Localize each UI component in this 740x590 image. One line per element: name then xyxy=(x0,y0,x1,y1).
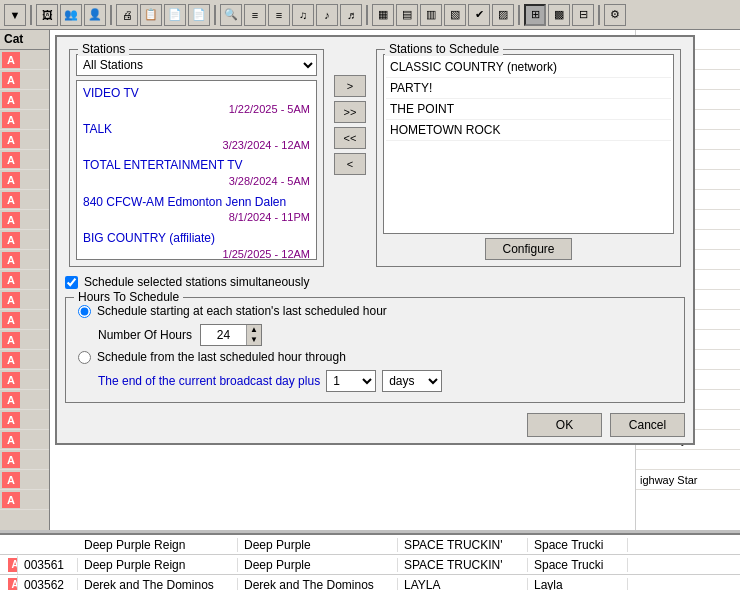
toolbar-btn-active[interactable]: ⊞ xyxy=(524,4,546,26)
cat-badge: A xyxy=(2,252,20,268)
add-all-btn[interactable]: >> xyxy=(334,101,366,123)
num-hours-input[interactable] xyxy=(201,325,246,345)
num-hours-down[interactable]: ▼ xyxy=(247,335,261,345)
toolbar-btn-2[interactable]: 👥 xyxy=(60,4,82,26)
toolbar-btn-13[interactable]: ▤ xyxy=(396,4,418,26)
schedule-item-party[interactable]: PARTY! xyxy=(386,78,671,99)
cat-row: A xyxy=(0,270,49,290)
toolbar-btn-15[interactable]: ▧ xyxy=(444,4,466,26)
toolbar-sep-5 xyxy=(518,5,520,25)
bottom-cell-artist: Derek and The Dominos xyxy=(238,578,398,591)
hours-section-label: Hours To Schedule xyxy=(74,290,183,304)
radio2[interactable] xyxy=(78,351,91,364)
cat-badge: A xyxy=(2,332,20,348)
toolbar-btn-3[interactable]: 👤 xyxy=(84,4,106,26)
remove-one-btn[interactable]: < xyxy=(334,153,366,175)
toolbar-btn-16[interactable]: ✔ xyxy=(468,4,490,26)
cat-badge: A xyxy=(2,372,20,388)
bottom-cell-short: Space Trucki xyxy=(528,538,628,552)
bottom-cell-cat: A xyxy=(0,556,18,574)
station-item-video-tv[interactable]: VIDEO TV 1/22/2025 - 5AM xyxy=(79,83,314,119)
bottom-cell-title: Deep Purple Reign xyxy=(78,558,238,572)
cat-badge: A xyxy=(2,92,20,108)
toolbar-btn-6[interactable]: 📄 xyxy=(188,4,210,26)
cat-badge: A xyxy=(2,152,20,168)
cat-row: A xyxy=(0,390,49,410)
station-date: 1/22/2025 - 5AM xyxy=(83,102,310,117)
cat-row: A xyxy=(0,110,49,130)
toolbar-btn-7[interactable]: ≡ xyxy=(244,4,266,26)
cat-row: A xyxy=(0,370,49,390)
cat-row: A xyxy=(0,310,49,330)
toolbar-btn-18[interactable]: ▩ xyxy=(548,4,570,26)
station-date: 1/25/2025 - 12AM xyxy=(83,247,310,260)
toolbar-btn-19[interactable]: ⊟ xyxy=(572,4,594,26)
schedule-item-the-point[interactable]: THE POINT xyxy=(386,99,671,120)
toolbar-btn-4[interactable]: 📋 xyxy=(140,4,162,26)
cat-badge: A xyxy=(2,452,20,468)
cat-badge: A xyxy=(2,112,20,128)
station-date: 3/23/2024 - 12AM xyxy=(83,138,310,153)
station-item-840cfcw[interactable]: 840 CFCW-AM Edmonton Jenn Dalen 8/1/2024… xyxy=(79,192,314,228)
toolbar-btn-8[interactable]: ≡ xyxy=(268,4,290,26)
radio2-label[interactable]: Schedule from the last scheduled hour th… xyxy=(97,350,346,364)
toolbar-btn-5[interactable]: 📄 xyxy=(164,4,186,26)
toolbar-btn-print[interactable]: 🖨 xyxy=(116,4,138,26)
toolbar-menu-btn[interactable]: ▼ xyxy=(4,4,26,26)
toolbar-btn-20[interactable]: ⚙ xyxy=(604,4,626,26)
schedule-list[interactable]: CLASSIC COUNTRY (network) PARTY! THE POI… xyxy=(383,54,674,234)
schedule-item-hometown-rock[interactable]: HOMETOWN ROCK xyxy=(386,120,671,141)
stations-list[interactable]: VIDEO TV 1/22/2025 - 5AM TALK 3/23/2024 … xyxy=(76,80,317,260)
toolbar-btn-12[interactable]: ▦ xyxy=(372,4,394,26)
dialog-buttons: OK Cancel xyxy=(57,407,693,443)
bottom-cell-id: 003561 xyxy=(18,558,78,572)
bottom-cell-song: SPACE TRUCKIN' xyxy=(398,538,528,552)
toolbar: ▼ 🖼 👥 👤 🖨 📋 📄 📄 🔍 ≡ ≡ ♫ ♪ ♬ ▦ ▤ ▥ ▧ ✔ ▨ … xyxy=(0,0,740,30)
cat-row: A xyxy=(0,490,49,510)
station-item-talk[interactable]: TALK 3/23/2024 - 12AM xyxy=(79,119,314,155)
remove-all-btn[interactable]: << xyxy=(334,127,366,149)
simultaneous-label[interactable]: Schedule selected stations simultaneousl… xyxy=(84,275,309,289)
radio1[interactable] xyxy=(78,305,91,318)
toolbar-sep-3 xyxy=(214,5,216,25)
cat-row: A xyxy=(0,470,49,490)
configure-button[interactable]: Configure xyxy=(485,238,571,260)
station-name: BIG COUNTRY (affiliate) xyxy=(83,231,215,245)
station-date: 8/1/2024 - 11PM xyxy=(83,210,310,225)
station-name: 840 CFCW-AM Edmonton Jenn Dalen xyxy=(83,195,286,209)
toolbar-btn-search[interactable]: 🔍 xyxy=(220,4,242,26)
toolbar-btn-14[interactable]: ▥ xyxy=(420,4,442,26)
bottom-cell-song: SPACE TRUCKIN' xyxy=(398,558,528,572)
toolbar-btn-11[interactable]: ♬ xyxy=(340,4,362,26)
radio2-row: Schedule from the last scheduled hour th… xyxy=(74,348,676,366)
bottom-row[interactable]: A 003562 Derek and The Dominos Derek and… xyxy=(0,575,740,590)
toolbar-btn-10[interactable]: ♪ xyxy=(316,4,338,26)
ok-button[interactable]: OK xyxy=(527,413,602,437)
end-broadcast-num-select[interactable]: 1 2 3 xyxy=(326,370,376,392)
station-name: TALK xyxy=(83,122,112,136)
bottom-row[interactable]: Deep Purple Reign Deep Purple SPACE TRUC… xyxy=(0,535,740,555)
toolbar-btn-17[interactable]: ▨ xyxy=(492,4,514,26)
cancel-button[interactable]: Cancel xyxy=(610,413,685,437)
station-item-big-country[interactable]: BIG COUNTRY (affiliate) 1/25/2025 - 12AM xyxy=(79,228,314,260)
cat-row: A xyxy=(0,210,49,230)
toolbar-btn-9[interactable]: ♫ xyxy=(292,4,314,26)
add-one-btn[interactable]: > xyxy=(334,75,366,97)
schedule-item-classic-country[interactable]: CLASSIC COUNTRY (network) xyxy=(386,57,671,78)
num-hours-label: Number Of Hours xyxy=(98,328,192,342)
stations-dropdown[interactable]: All Stations xyxy=(76,54,317,76)
end-broadcast-unit-select[interactable]: days hours xyxy=(382,370,442,392)
num-hours-up[interactable]: ▲ xyxy=(247,325,261,335)
end-broadcast-row: The end of the current broadcast day plu… xyxy=(74,368,676,394)
cat-badge: A xyxy=(2,52,20,68)
cat-badge: A xyxy=(2,172,20,188)
toolbar-btn-1[interactable]: 🖼 xyxy=(36,4,58,26)
bottom-row[interactable]: A 003561 Deep Purple Reign Deep Purple S… xyxy=(0,555,740,575)
radio1-label[interactable]: Schedule starting at each station's last… xyxy=(97,304,387,318)
bottom-cell-artist: Deep Purple xyxy=(238,538,398,552)
station-item-total-entertainment[interactable]: TOTAL ENTERTAINMENT TV 3/28/2024 - 5AM xyxy=(79,155,314,191)
cat-column-header: Cat xyxy=(0,30,49,50)
simultaneous-checkbox[interactable] xyxy=(65,276,78,289)
station-date: 3/28/2024 - 5AM xyxy=(83,174,310,189)
bottom-cell-title: Deep Purple Reign xyxy=(78,538,238,552)
